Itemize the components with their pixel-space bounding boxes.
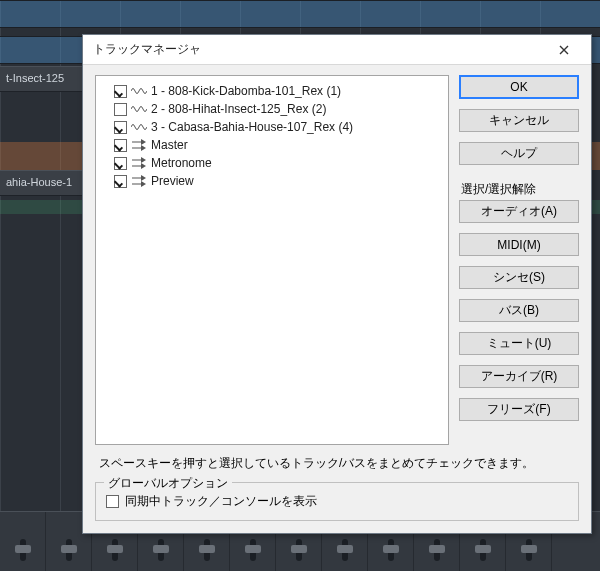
global-options-group: グローバルオプション 同期中トラック／コンソールを表示 (95, 482, 579, 521)
track-label: Metronome (151, 156, 212, 170)
tree-guide (106, 82, 112, 100)
close-icon (559, 45, 569, 55)
select-freeze-button[interactable]: フリーズ(F) (459, 398, 579, 421)
track-item[interactable]: 3 - Cabasa-Bahia-House-107_Rex (4) (106, 118, 446, 136)
tree-guide (106, 100, 112, 118)
help-button[interactable]: ヘルプ (459, 142, 579, 165)
track-label: 3 - Cabasa-Bahia-House-107_Rex (4) (151, 120, 353, 134)
select-audio-button[interactable]: オーディオ(A) (459, 200, 579, 223)
bus-icon (131, 175, 147, 188)
track-checkbox[interactable] (114, 85, 127, 98)
waveform-row (0, 0, 600, 28)
tree-guide (106, 136, 112, 154)
track-label: 1 - 808-Kick-Dabomba-101_Rex (1) (151, 84, 341, 98)
track-label: 2 - 808-Hihat-Insect-125_Rex (2) (151, 102, 326, 116)
select-mute-button[interactable]: ミュート(U) (459, 332, 579, 355)
ok-button[interactable]: OK (459, 75, 579, 99)
waveform-icon (131, 85, 147, 98)
tree-guide (106, 172, 112, 190)
track-item[interactable]: Preview (106, 172, 446, 190)
button-column: OK キャンセル ヘルプ 選択/選択解除 オーディオ(A) MIDI(M) シン… (459, 75, 579, 445)
track-manager-dialog: トラックマネージャ 1 - 808-Kick-Dabomba-101_Rex (… (82, 34, 592, 534)
track-item[interactable]: Master (106, 136, 446, 154)
track-checkbox[interactable] (114, 175, 127, 188)
waveform-icon (131, 103, 147, 116)
global-options-legend: グローバルオプション (104, 475, 232, 492)
track-item[interactable]: Metronome (106, 154, 446, 172)
track-tree[interactable]: 1 - 808-Kick-Dabomba-101_Rex (1)2 - 808-… (95, 75, 449, 445)
dialog-title: トラックマネージャ (93, 41, 543, 58)
footer-hint: スペースキーを押すと選択しているトラック/バスをまとめてチェックできます。 (99, 455, 579, 472)
cancel-button[interactable]: キャンセル (459, 109, 579, 132)
bus-icon (131, 139, 147, 152)
tree-guide (106, 154, 112, 172)
select-midi-button[interactable]: MIDI(M) (459, 233, 579, 256)
titlebar[interactable]: トラックマネージャ (83, 35, 591, 65)
track-item[interactable]: 2 - 808-Hihat-Insect-125_Rex (2) (106, 100, 446, 118)
track-label: Preview (151, 174, 194, 188)
sync-visible-label: 同期中トラック／コンソールを表示 (125, 493, 317, 510)
track-checkbox[interactable] (114, 139, 127, 152)
select-synth-button[interactable]: シンセ(S) (459, 266, 579, 289)
select-bus-button[interactable]: バス(B) (459, 299, 579, 322)
waveform-icon (131, 121, 147, 134)
track-checkbox[interactable] (114, 157, 127, 170)
track-label: Master (151, 138, 188, 152)
tree-guide (106, 118, 112, 136)
track-checkbox[interactable] (114, 103, 127, 116)
close-button[interactable] (543, 36, 585, 64)
checkbox-icon[interactable] (106, 495, 119, 508)
sync-visible-checkbox[interactable]: 同期中トラック／コンソールを表示 (106, 493, 568, 510)
bus-icon (131, 157, 147, 170)
select-archive-button[interactable]: アーカイブ(R) (459, 365, 579, 388)
track-checkbox[interactable] (114, 121, 127, 134)
track-item[interactable]: 1 - 808-Kick-Dabomba-101_Rex (1) (106, 82, 446, 100)
select-section-label: 選択/選択解除 (461, 181, 579, 198)
